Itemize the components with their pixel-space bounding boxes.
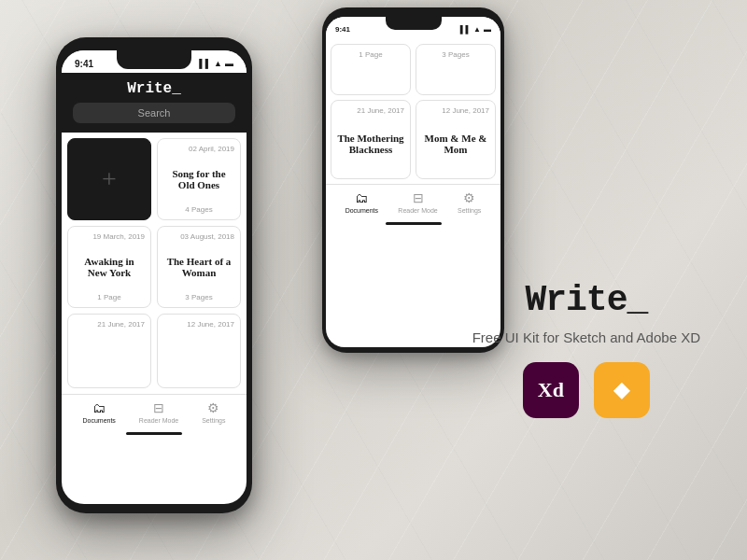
back-card-4[interactable]: 12 June, 2017 Mom & Me & Mom [416,100,496,179]
doc-grid: + 02 April, 2019 Song for the Old Ones 4… [62,133,247,394]
front-phone-body: 9:41 ▌▌ ▲ ▬ Write_ Search + [56,37,252,513]
doc-card-2[interactable]: 19 March, 2019 Awaking in New York 1 Pag… [67,226,151,308]
status-time: 9:41 [75,59,93,69]
app-title: Write_ [73,80,235,97]
home-indicator [126,432,182,435]
tab-settings-label: Settings [202,417,225,424]
doc-card-3[interactable]: 03 August, 2018 The Heart of a Woman 3 P… [157,226,241,308]
back-tab-settings-label: Settings [458,207,481,214]
back-tab-documents[interactable]: 🗂 Documents [345,190,378,214]
xd-icon[interactable]: Xd [523,362,579,418]
doc-card-2-date: 19 March, 2019 [74,232,145,241]
back-wifi-icon: ▲ [473,25,481,34]
back-card-3-title: The Mothering Blackness [337,115,404,173]
back-tab-reader-label: Reader Mode [398,207,437,214]
doc-card-2-pages: 1 Page [74,293,145,301]
back-reader-icon: ⊟ [413,190,424,205]
back-card-2[interactable]: 3 Pages [416,44,496,95]
documents-icon: 🗂 [92,400,106,415]
search-bar[interactable]: Search [73,103,235,123]
back-doc-grid: 1 Page 3 Pages 21 June, 2017 The Motheri… [326,39,500,184]
tab-documents[interactable]: 🗂 Documents [82,400,115,424]
sketch-icon[interactable]: ◆ [594,362,650,418]
promo-title: Write_ [525,280,647,320]
back-card-2-pages: 3 Pages [422,50,489,59]
sketch-label: ◆ [613,378,629,402]
front-phone-wrap: 9:41 ▌▌ ▲ ▬ Write_ Search + [56,37,252,513]
back-tab-documents-label: Documents [345,207,378,214]
doc-card-1-title: Song for the Old Ones [163,153,234,205]
back-card-1[interactable]: 1 Page [331,44,411,95]
back-card-4-title: Mom & Me & Mom [422,115,489,173]
doc-card-1-date: 02 April, 2019 [163,145,234,153]
battery-icon: ▬ [225,59,233,68]
signal-icon: ▌▌ [199,59,211,68]
promo-area: Write_ Free UI Kit for Sketch and Adobe … [472,280,700,418]
back-phone-notch [386,17,442,30]
doc-card-3-title: The Heart of a Woman [163,241,234,293]
doc-card-3-pages: 3 Pages [163,293,234,301]
doc-card-1-pages: 4 Pages [163,205,234,214]
doc-card-4[interactable]: 21 June, 2017 [67,314,151,388]
tab-reader-label: Reader Mode [139,417,178,424]
back-tab-settings[interactable]: ⚙ Settings [458,190,481,214]
plus-icon: + [102,164,117,194]
doc-card-1[interactable]: 02 April, 2019 Song for the Old Ones 4 P… [157,138,241,220]
back-status-time: 9:41 [335,25,350,34]
tab-reader[interactable]: ⊟ Reader Mode [139,400,178,424]
wifi-icon: ▲ [214,59,222,68]
doc-card-4-date: 21 June, 2017 [74,320,145,329]
back-card-4-date: 12 June, 2017 [422,106,489,115]
back-settings-icon: ⚙ [463,190,475,205]
promo-subtitle: Free UI Kit for Sketch and Adobe XD [472,329,700,345]
doc-card-2-title: Awaking in New York [74,241,145,293]
reader-icon: ⊟ [153,400,164,415]
doc-card-5[interactable]: 12 June, 2017 [157,314,241,388]
search-placeholder: Search [138,107,171,119]
back-signal-icon: ▌▌ [460,25,471,34]
app-header: Write_ Search [62,73,247,133]
back-card-1-pages: 1 Page [337,50,404,59]
back-tab-bar: 🗂 Documents ⊟ Reader Mode ⚙ Settings [326,184,500,219]
front-phone-screen: 9:41 ▌▌ ▲ ▬ Write_ Search + [62,50,247,504]
front-phone-notch [117,50,191,69]
tab-bar: 🗂 Documents ⊟ Reader Mode ⚙ Settings [62,394,247,429]
back-tab-reader[interactable]: ⊟ Reader Mode [398,190,437,214]
tab-documents-label: Documents [82,417,115,424]
xd-label: Xd [538,378,564,402]
back-battery-icon: ▬ [484,25,491,34]
back-documents-icon: 🗂 [355,190,368,205]
tab-settings[interactable]: ⚙ Settings [202,400,225,424]
new-doc-card[interactable]: + [67,138,151,220]
doc-card-5-date: 12 June, 2017 [163,320,234,329]
settings-icon: ⚙ [207,400,219,415]
back-card-3-date: 21 June, 2017 [337,106,404,115]
back-home-indicator [386,222,442,225]
back-card-3[interactable]: 21 June, 2017 The Mothering Blackness [331,100,411,179]
doc-card-3-date: 03 August, 2018 [163,232,234,241]
promo-icons: Xd ◆ [523,362,650,418]
